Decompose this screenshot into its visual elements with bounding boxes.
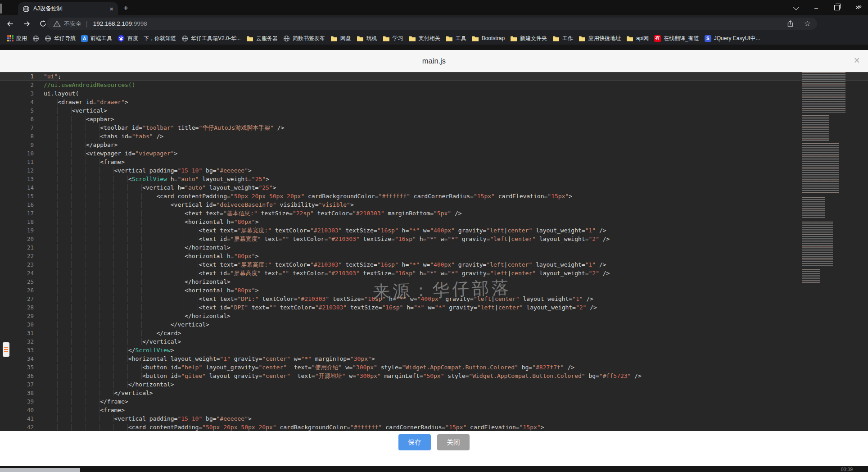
code-line[interactable]: 2//ui.useAndroidResources()	[0, 81, 868, 89]
minimap-segment	[802, 197, 825, 219]
forward-icon[interactable]	[22, 19, 32, 29]
code-line[interactable]: 1"ui";	[0, 72, 868, 81]
line-number: 21	[0, 243, 34, 252]
minimap-segment	[802, 72, 845, 113]
code-line[interactable]: 31 </card>	[0, 329, 868, 337]
code-line[interactable]: 18 <horizontal h="80px">	[0, 218, 868, 226]
code-line[interactable]: 4 <drawer id="drawer">	[0, 98, 868, 106]
bookmark-item[interactable]: 华仔工具箱V2.0-华...	[179, 35, 244, 42]
window-restore-button[interactable]	[827, 0, 847, 15]
code-line[interactable]: 7 <toolbar id="toolbar" title="华仔AutoJs游…	[0, 123, 868, 132]
line-number: 15	[0, 192, 34, 200]
code-line[interactable]: 19 <text text="屏幕宽度:" textColor="#210303…	[0, 226, 868, 235]
bookmark-item[interactable]: 工作	[550, 35, 576, 42]
code-line[interactable]: 24 <text id="屏幕高度" text="" textColor="#2…	[0, 269, 868, 277]
code-line[interactable]: 12 <vertical padding="15 10" bg="#eeeeee…	[0, 166, 868, 175]
code-line[interactable]: 41 <vertical padding="15 10" bg="#eeeeee…	[0, 414, 868, 423]
line-number: 27	[0, 295, 34, 303]
code-line[interactable]: 16 <vertical id="deiveceBaseInfo" visibi…	[0, 200, 868, 209]
code-line[interactable]: 28 <text id="DPI" text="" textColor="#21…	[0, 303, 868, 312]
window-minimize-button[interactable]: –	[806, 0, 827, 15]
line-number: 14	[0, 183, 34, 192]
window-close-button[interactable]: ×	[847, 0, 868, 15]
code-line[interactable]: 35 <button id="help" layout_gravity="cen…	[0, 363, 868, 372]
code-line[interactable]: 11 <frame>	[0, 158, 868, 166]
code-line[interactable]: 40 <frame>	[0, 406, 868, 414]
code-line[interactable]: 5 <vertical>	[0, 106, 868, 115]
line-number: 42	[0, 423, 34, 431]
code-line[interactable]: 33 </ScrollView>	[0, 346, 868, 354]
close-button[interactable]: 关闭	[437, 434, 470, 450]
code-line[interactable]: 29 </horizontal>	[0, 312, 868, 320]
bookmark-item[interactable]: 网盘	[328, 35, 354, 42]
bookmarks-overflow-chevron[interactable]: »	[858, 0, 862, 13]
new-tab-button[interactable]: +	[123, 3, 128, 13]
line-number: 23	[0, 260, 34, 269]
code-line[interactable]: 34 <horizontal layout_weight="1" gravity…	[0, 354, 868, 363]
code-line[interactable]: 38 </vertical>	[0, 389, 868, 397]
bookmark-label: 华仔工具箱V2.0-华...	[191, 35, 241, 42]
code-editor[interactable]: 1"ui";2//ui.useAndroidResources()3ui.lay…	[0, 72, 868, 431]
bookmark-label: JQuery EasyUI中...	[714, 35, 760, 42]
code-lines[interactable]: 1"ui";2//ui.useAndroidResources()3ui.lay…	[0, 72, 868, 431]
minimap-segment	[802, 222, 833, 267]
code-line[interactable]: 10 <viewpager id="viewpager">	[0, 149, 868, 158]
code-line[interactable]: 42 <card contentPadding="50px 20px 50px …	[0, 423, 868, 431]
code-line[interactable]: 21 </horizontal>	[0, 243, 868, 252]
editor-modal-header: main.js ×	[0, 50, 868, 72]
bookmark-item[interactable]: Bootstrap	[469, 35, 507, 41]
code-line[interactable]: 36 <button id="gitee" layout_gravity="ce…	[0, 372, 868, 380]
url-bar[interactable]: 不安全 | 192.168.2.109 :9998 ☆	[47, 18, 817, 30]
code-line[interactable]: 6 <appbar>	[0, 115, 868, 123]
code-line[interactable]: 32 </vertical>	[0, 337, 868, 346]
scroll-handle[interactable]	[3, 342, 9, 357]
code-line[interactable]: 9 </appbar>	[0, 141, 868, 149]
modal-close-icon[interactable]: ×	[854, 54, 860, 67]
code-line[interactable]: 8 <tabs id="tabs" />	[0, 132, 868, 141]
browser-tab[interactable]: AJ设备控制 ×	[18, 2, 118, 15]
tab-favicon-globe-icon	[23, 5, 30, 13]
code-line[interactable]: 17 <text text="基本信息:" textSize="22sp" te…	[0, 209, 868, 218]
globe-icon	[32, 35, 39, 42]
bookmark-item[interactable]: 华仔导航	[42, 35, 78, 42]
line-number: 11	[0, 158, 34, 166]
save-button[interactable]: 保存	[398, 434, 431, 450]
bookmark-item[interactable]: SJQuery EasyUI中...	[702, 35, 763, 42]
share-icon[interactable]	[787, 20, 794, 27]
bookmark-item[interactable]: A前端工具	[78, 35, 115, 42]
bookmark-item[interactable]: 工具	[443, 35, 469, 42]
code-line[interactable]: 14 <vertical h="auto" layout_weight="25"…	[0, 183, 868, 192]
bookmark-item[interactable]: 新建文件夹	[507, 35, 550, 42]
back-icon[interactable]	[5, 19, 15, 29]
bookmark-item[interactable]: 云服务器	[244, 35, 280, 42]
bookmark-item[interactable]: 应用快捷地址	[576, 35, 624, 42]
bookmark-item[interactable]: 简数书签发布	[280, 35, 328, 42]
globe-icon	[45, 35, 51, 42]
reload-icon[interactable]	[38, 19, 48, 29]
bookmark-item[interactable]: 支付相关	[406, 35, 443, 42]
security-label[interactable]: 不安全	[64, 20, 81, 28]
code-line[interactable]: 15 <card contentPadding="50px 20px 50px …	[0, 192, 868, 200]
bookmark-star-icon[interactable]: ☆	[804, 19, 811, 28]
tab-close-icon[interactable]: ×	[109, 5, 113, 12]
bookmark-item[interactable]: 有在线翻译_有道	[651, 35, 702, 42]
code-line[interactable]: 23 <text text="屏幕高度:" textColor="#210303…	[0, 260, 868, 269]
bookmark-item[interactable]: 玩机	[354, 35, 380, 42]
code-line[interactable]: 20 <text id="屏幕宽度" text="" textColor="#2…	[0, 235, 868, 243]
code-line[interactable]: 39 </frame>	[0, 397, 868, 406]
code-line[interactable]: 13 <ScrollView h="auto" layout_weight="2…	[0, 175, 868, 183]
code-line[interactable]: 30 </vertical>	[0, 320, 868, 329]
bookmark-item[interactable]: 学习	[380, 35, 406, 42]
code-line[interactable]: 37 </horizontal>	[0, 380, 868, 389]
bookmark-item[interactable]: 应用	[5, 35, 30, 42]
code-line[interactable]: 3ui.layout(	[0, 89, 868, 98]
bookmark-item[interactable]: 百度一下，你就知道	[115, 35, 179, 42]
tab-search-chevron-icon[interactable]	[785, 0, 806, 15]
bookmark-item[interactable]	[30, 35, 42, 42]
folder-icon	[552, 36, 560, 41]
page-background-gap	[0, 45, 868, 50]
line-number: 36	[0, 372, 34, 380]
editor-minimap[interactable]	[802, 72, 847, 431]
bookmark-item[interactable]: api网	[624, 35, 651, 42]
code-line[interactable]: 22 <horizontal h="80px">	[0, 252, 868, 260]
